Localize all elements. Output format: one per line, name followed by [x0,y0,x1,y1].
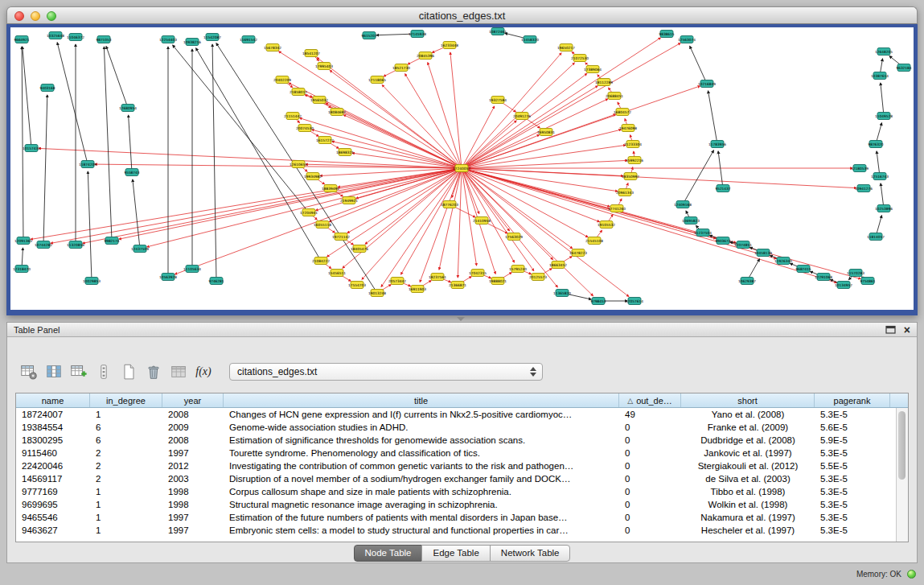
graph-node[interactable]: 10629387 [738,278,756,285]
graph-edge[interactable] [458,168,462,278]
table-cell[interactable]: 0 [619,421,681,434]
graph-edge[interactable] [22,47,23,241]
graph-node[interactable]: 18237561 [429,274,446,281]
graph-node[interactable]: 9838615 [659,31,674,38]
graph-node[interactable]: 12091365 [14,237,32,245]
table-row[interactable]: 946554611997Estimation of the future num… [16,511,908,524]
graph-edge[interactable] [57,43,88,164]
table-cell[interactable]: 5.3E-5 [815,511,890,524]
graph-node[interactable]: 11926340 [774,257,792,265]
graph-edge[interactable] [401,168,462,274]
graph-node[interactable]: 16911903 [409,286,426,293]
graph-node[interactable]: 10029853 [83,278,101,285]
graph-node[interactable]: 12610651 [290,161,307,168]
table-cell[interactable]: 0 [619,524,681,537]
graph-node[interactable]: 9746281 [208,278,224,285]
graph-node[interactable]: 16950831 [537,129,555,136]
graph-node[interactable]: 12254403 [159,36,177,43]
graph-node[interactable]: 10387614 [871,72,889,80]
graph-node[interactable]: 11049528 [875,113,893,120]
table-cell[interactable]: 6 [90,421,162,434]
graph-node[interactable]: 11046372 [67,34,84,41]
network-graph[interactable]: 1724005718541207179954032040220921858012… [10,27,914,310]
function-builder-button[interactable]: f(x) [193,361,214,382]
table-cell[interactable]: 2009 [162,421,224,434]
graph-edge[interactable] [43,95,47,245]
graph-node[interactable]: 12057614 [626,298,643,305]
graph-node[interactable]: 18405476 [351,245,368,253]
graph-node[interactable]: 10216849 [698,80,716,88]
table-cell[interactable]: Corpus callosum shape and size in male p… [224,485,619,498]
tab-network-table[interactable]: Network Table [490,545,571,562]
table-row[interactable]: 1830029562008Estimation of significance … [16,434,908,447]
show-columns-button[interactable] [43,361,64,382]
table-cell[interactable]: Structural magnetic resonance image aver… [224,498,619,511]
graph-node[interactable]: 15456511 [328,270,346,277]
graph-node[interactable]: 11570283 [847,270,864,277]
table-cell[interactable]: 14569117 [16,472,90,485]
table-cell[interactable]: Jankovic et al. (1997) [681,447,815,459]
graph-node[interactable]: 15992216 [626,157,643,164]
graph-node[interactable]: 21072530 [571,55,589,62]
window-titlebar[interactable]: citations_edges.txt [6,6,918,24]
graph-node[interactable]: 20491276 [513,113,531,120]
graph-edge[interactable] [106,47,128,109]
graph-node[interactable]: 9558743 [124,169,139,176]
table-vertical-scrollbar[interactable] [896,408,908,542]
table-cell[interactable]: 5.3E-5 [815,472,890,485]
graph-node[interactable]: 10938216 [183,39,201,46]
zoom-window-icon[interactable] [47,11,56,21]
graph-node[interactable]: 11237504 [694,229,712,237]
table-cell[interactable]: 1 [90,524,162,537]
graph-edge[interactable] [31,168,462,240]
graph-node[interactable]: 19105532 [598,221,615,229]
table-cell[interactable]: 0 [619,511,681,524]
float-panel-icon[interactable] [885,325,896,334]
graph-node[interactable]: 20402209 [273,76,291,84]
table-cell[interactable]: 22420046 [16,459,90,472]
graph-edge[interactable] [462,73,587,168]
graph-node[interactable]: 17042315 [469,270,487,277]
graph-node[interactable]: 20845396 [417,52,434,60]
graph-node[interactable]: 21949921 [340,197,358,204]
graph-node[interactable]: 20074530 [296,125,314,132]
graph-node[interactable]: 17118065 [368,76,386,84]
graph-node[interactable]: 18084697 [328,109,346,116]
tab-edge-table[interactable]: Edge Table [421,545,490,562]
graph-node[interactable]: 16055118 [314,221,331,229]
graph-node[interactable]: 11874209 [79,161,97,168]
table-cell[interactable]: 0 [619,472,681,485]
table-cell[interactable]: Tibbo et al. (1998) [681,485,815,498]
table-cell[interactable]: 18724007 [16,408,90,421]
graph-node[interactable]: 10872461 [489,28,507,35]
table-cell[interactable]: Dudbridge et al. (2008) [681,434,815,447]
graph-node[interactable]: 9521437 [715,185,730,192]
graph-node[interactable]: 20688451 [606,93,623,100]
graph-node[interactable]: 17204941 [300,209,318,216]
table-cell[interactable]: 6 [90,434,162,447]
table-cell[interactable]: de Silva et al. (2003) [681,472,815,485]
table-cell[interactable]: 5.3E-5 [815,408,890,421]
graph-node[interactable]: 17741260 [608,205,626,212]
graph-node[interactable]: 16233448 [441,42,458,49]
table-cell[interactable]: 2 [90,472,162,485]
table-row[interactable]: 1456911722003Disruption of a novel membe… [16,472,908,485]
table-cell[interactable]: 0 [619,485,681,498]
table-cell[interactable]: 5.3E-5 [815,447,890,459]
graph-node[interactable]: 12180539 [851,165,869,172]
graph-node[interactable]: 19013248 [368,290,386,297]
graph-node[interactable]: 10941276 [855,185,873,192]
tab-node-table[interactable]: Node Table [354,545,423,562]
graph-node[interactable]: 18541207 [302,50,320,57]
table-cell[interactable]: 2008 [162,434,224,447]
graph-node[interactable]: 11320856 [67,241,84,249]
delete-button[interactable] [143,361,164,382]
table-row[interactable]: 1938455462009Genome-wide association stu… [16,421,908,434]
graph-node[interactable]: 10695823 [682,217,700,225]
graph-node[interactable]: 12291068 [815,274,832,281]
graph-node[interactable]: 9754861 [860,278,875,285]
graph-edge[interactable] [381,168,462,287]
table-cell[interactable]: Tourette syndrome. Phenomenology and cla… [224,447,619,459]
table-cell[interactable]: 9115460 [16,447,90,459]
table-source-combobox[interactable]: citations_edges.txt [229,363,543,381]
